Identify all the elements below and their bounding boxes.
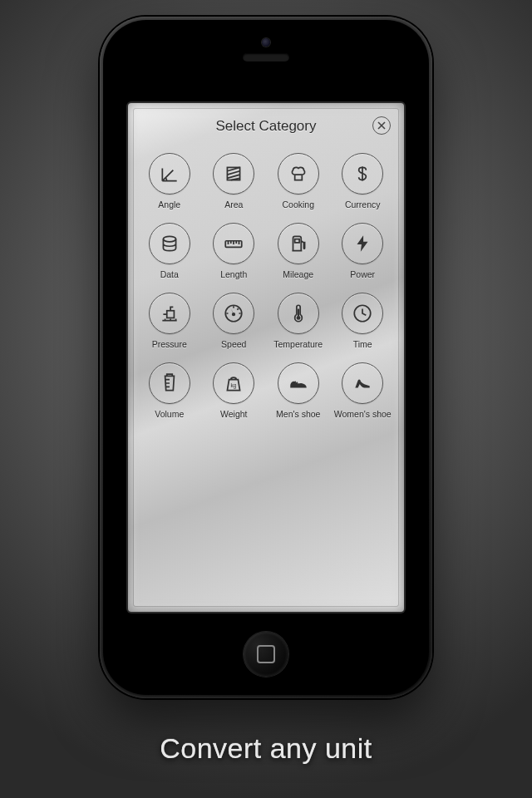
- category-womens-shoe[interactable]: Women's shoe: [333, 362, 393, 419]
- category-label: Men's shoe: [276, 409, 320, 419]
- category-time[interactable]: Time: [333, 293, 393, 349]
- category-temperature[interactable]: Temperature: [268, 293, 328, 349]
- phone-body: Select Category Angle: [103, 20, 429, 695]
- category-weight[interactable]: kg Weight: [204, 362, 264, 419]
- length-icon: [213, 223, 254, 264]
- temperature-icon: [278, 293, 319, 334]
- category-label: Power: [350, 269, 375, 279]
- currency-icon: [342, 153, 383, 195]
- svg-point-3: [163, 236, 175, 242]
- category-label: Mileage: [283, 269, 313, 279]
- category-angle[interactable]: Angle: [140, 153, 200, 209]
- category-mileage[interactable]: Mileage: [268, 223, 328, 279]
- category-label: Speed: [221, 339, 246, 349]
- category-label: Cooking: [282, 200, 314, 209]
- category-volume[interactable]: Volume: [140, 362, 200, 419]
- category-label: Temperature: [273, 339, 323, 349]
- category-grid: Angle Area Cooking: [128, 141, 404, 431]
- angle-icon: [149, 153, 190, 195]
- pressure-icon: [149, 293, 190, 334]
- svg-point-8: [296, 316, 300, 320]
- category-mens-shoe[interactable]: Men's shoe: [268, 362, 328, 419]
- close-icon: [377, 121, 386, 130]
- category-label: Pressure: [152, 339, 187, 349]
- category-label: Time: [353, 339, 372, 349]
- close-button[interactable]: [372, 116, 391, 135]
- svg-text:kg: kg: [231, 382, 237, 389]
- category-label: Angle: [158, 200, 180, 209]
- category-label: Currency: [345, 200, 381, 209]
- svg-rect-5: [167, 311, 175, 318]
- category-length[interactable]: Length: [204, 223, 264, 279]
- volume-icon: [149, 362, 190, 404]
- womens-shoe-icon: [342, 362, 383, 404]
- category-label: Area: [224, 200, 243, 209]
- svg-point-7: [232, 313, 235, 316]
- category-label: Women's shoe: [334, 409, 392, 419]
- speed-icon: [213, 293, 254, 334]
- category-pressure[interactable]: Pressure: [140, 293, 200, 349]
- cooking-icon: [278, 153, 319, 195]
- app-screen: Select Category Angle: [128, 103, 404, 612]
- header: Select Category: [128, 103, 404, 141]
- time-icon: [342, 293, 383, 334]
- category-currency[interactable]: Currency: [333, 153, 393, 209]
- category-label: Data: [160, 269, 179, 279]
- category-cooking[interactable]: Cooking: [268, 153, 328, 209]
- mens-shoe-icon: [278, 362, 319, 404]
- data-icon: [149, 223, 190, 264]
- category-speed[interactable]: Speed: [204, 293, 264, 349]
- category-label: Weight: [220, 409, 248, 419]
- category-label: Volume: [155, 409, 184, 419]
- mileage-icon: [278, 223, 319, 264]
- area-icon: [213, 153, 254, 195]
- phone-speaker: [243, 53, 289, 62]
- category-area[interactable]: Area: [204, 153, 264, 209]
- tagline: Convert any unit: [0, 732, 532, 765]
- category-label: Length: [220, 269, 247, 279]
- category-power[interactable]: Power: [333, 223, 393, 279]
- phone-camera: [262, 38, 270, 47]
- phone-frame: Select Category Angle: [100, 17, 432, 698]
- home-button[interactable]: [244, 632, 288, 677]
- weight-icon: kg: [213, 362, 254, 404]
- category-data[interactable]: Data: [140, 223, 200, 279]
- power-icon: [342, 223, 383, 264]
- page-title: Select Category: [128, 118, 404, 135]
